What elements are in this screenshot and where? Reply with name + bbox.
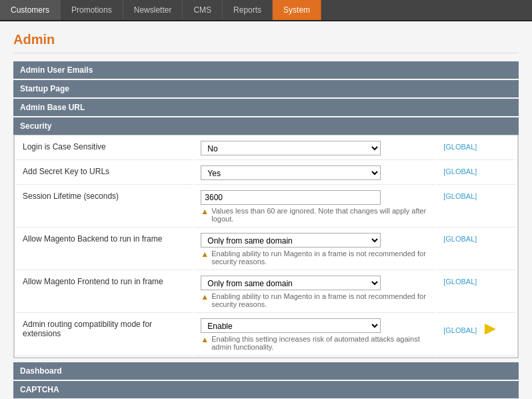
section-dashboard: Dashboard [13, 362, 519, 380]
section-header-captcha[interactable]: CAPTCHA [13, 381, 519, 398]
global-scope-link[interactable]: [GLOBAL] [443, 235, 477, 243]
nav-reports[interactable]: Reports [223, 0, 273, 20]
hint-text: Enabling this setting increases risk of … [211, 335, 429, 351]
row-label-admin-routing: Admin routing compatibility mode for ext… [16, 314, 193, 356]
table-row: Session Lifetime (seconds) ▲ Values less… [16, 186, 516, 228]
row-scope-admin-routing: [GLOBAL] ▶ [437, 314, 516, 356]
backend-frame-select[interactable]: Only from same domain Yes No [201, 233, 381, 248]
security-table: Login is Case Sensitive No Yes [GLOBAL] [14, 135, 518, 358]
top-nav: Customers Promotions Newsletter CMS Repo… [0, 0, 532, 21]
section-header-startup-page[interactable]: Startup Page [13, 80, 519, 97]
row-control-admin-routing: Enable Disable ▲ Enabling this setting i… [194, 314, 435, 356]
section-admin-base-url: Admin Base URL [13, 99, 519, 116]
admin-routing-select[interactable]: Enable Disable [201, 318, 381, 333]
frontend-frame-select[interactable]: Only from same domain Yes No [201, 276, 381, 290]
table-row: Allow Magento Backend to run in frame On… [16, 229, 516, 270]
global-scope-link[interactable]: [GLOBAL] [443, 326, 477, 334]
global-scope-link[interactable]: [GLOBAL] [443, 167, 477, 175]
row-label-login-case: Login is Case Sensitive [16, 137, 193, 160]
arrow-annotation: ▶ [485, 320, 496, 337]
session-lifetime-input[interactable] [201, 190, 381, 205]
section-header-admin-base-url[interactable]: Admin Base URL [13, 99, 519, 116]
section-security: Security Login is Case Sensitive No Yes [13, 117, 519, 358]
table-row: Login is Case Sensitive No Yes [GLOBAL] [16, 137, 516, 160]
hint-text: Enabling ability to run Magento in a fra… [211, 250, 429, 266]
row-label-backend-frame: Allow Magento Backend to run in frame [16, 229, 193, 270]
global-scope-link[interactable]: [GLOBAL] [443, 192, 477, 200]
section-startup-page: Startup Page [13, 80, 519, 97]
hint-icon: ▲ [201, 292, 209, 302]
row-scope-secret-key: [GLOBAL] [437, 161, 516, 185]
section-header-dashboard[interactable]: Dashboard [13, 362, 519, 380]
nav-system[interactable]: System [273, 0, 321, 20]
row-scope-login-case: [GLOBAL] [437, 137, 516, 160]
nav-cms[interactable]: CMS [183, 0, 223, 20]
section-header-security[interactable]: Security [13, 117, 519, 135]
row-label-frontend-frame: Allow Magento Frontend to run in frame [16, 272, 193, 313]
nav-newsletter[interactable]: Newsletter [123, 0, 183, 20]
row-control-login-case: No Yes [194, 137, 435, 160]
row-control-backend-frame: Only from same domain Yes No ▲ Enabling … [194, 229, 435, 270]
hint-text: Values less than 60 are ignored. Note th… [211, 207, 429, 223]
frontend-frame-hint: ▲ Enabling ability to run Magento in a f… [201, 292, 429, 308]
global-scope-link[interactable]: [GLOBAL] [443, 143, 477, 151]
admin-routing-hint: ▲ Enabling this setting increases risk o… [201, 335, 429, 351]
session-hint: ▲ Values less than 60 are ignored. Note … [201, 207, 429, 223]
security-content: Login is Case Sensitive No Yes [GLOBAL] [13, 135, 519, 358]
backend-frame-hint: ▲ Enabling ability to run Magento in a f… [201, 250, 429, 266]
section-admin-user-emails: Admin User Emails [13, 61, 519, 79]
row-control-secret-key: Yes No [194, 161, 435, 185]
row-control-frontend-frame: Only from same domain Yes No ▲ Enabling … [194, 272, 435, 313]
row-scope-backend-frame: [GLOBAL] [437, 229, 516, 270]
section-captcha: CAPTCHA [13, 381, 519, 398]
row-label-session-lifetime: Session Lifetime (seconds) [16, 186, 193, 228]
global-scope-link[interactable]: [GLOBAL] [443, 278, 477, 286]
secret-key-select[interactable]: Yes No [201, 165, 381, 180]
row-label-secret-key: Add Secret Key to URLs [16, 161, 193, 185]
page-content: Admin Admin User Emails Startup Page Adm… [0, 21, 532, 399]
hint-text: Enabling ability to run Magento in a fra… [211, 292, 429, 308]
table-row: Add Secret Key to URLs Yes No [GLOBAL] [16, 161, 516, 185]
hint-icon: ▲ [201, 207, 209, 216]
page-title: Admin [13, 32, 519, 53]
hint-icon: ▲ [201, 250, 209, 259]
row-scope-session-lifetime: [GLOBAL] [437, 186, 516, 228]
hint-icon: ▲ [201, 335, 209, 344]
table-row: Allow Magento Frontend to run in frame O… [16, 272, 516, 313]
nav-customers[interactable]: Customers [0, 0, 61, 20]
login-case-sensitive-select[interactable]: No Yes [201, 141, 381, 155]
row-scope-frontend-frame: [GLOBAL] [437, 272, 516, 313]
section-header-admin-user-emails[interactable]: Admin User Emails [13, 61, 519, 79]
nav-promotions[interactable]: Promotions [61, 0, 123, 20]
table-row: Admin routing compatibility mode for ext… [16, 314, 516, 356]
row-control-session-lifetime: ▲ Values less than 60 are ignored. Note … [194, 186, 435, 228]
